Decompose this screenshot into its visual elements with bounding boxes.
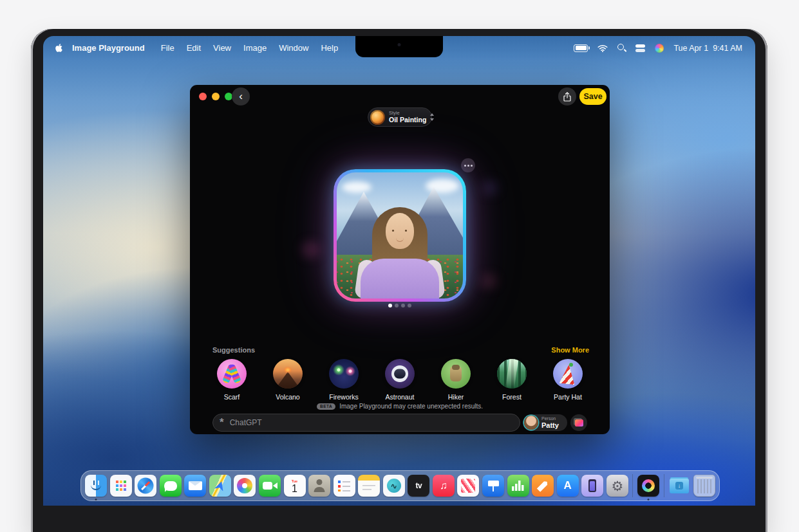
dock-music-icon[interactable] <box>433 475 455 497</box>
suggestion-forest[interactable]: Forest <box>489 359 534 401</box>
close-button[interactable] <box>199 93 207 100</box>
hiker-icon[interactable] <box>441 359 471 389</box>
dock-image-playground-icon[interactable] <box>637 475 659 497</box>
dock-news-icon[interactable] <box>457 475 479 497</box>
chevron-up-down-icon <box>430 113 435 121</box>
menu-window[interactable]: Window <box>279 43 308 53</box>
more-options-button[interactable] <box>461 158 475 172</box>
generated-portrait <box>337 172 463 298</box>
menu-file[interactable]: File <box>161 43 174 53</box>
battery-icon[interactable] <box>574 44 588 52</box>
suggestions-title: Suggestions <box>212 346 255 354</box>
wifi-icon[interactable] <box>597 44 608 52</box>
minimize-button[interactable] <box>212 93 220 100</box>
photos-picker-button[interactable] <box>570 414 587 431</box>
dock-facetime-icon[interactable] <box>259 475 281 497</box>
dock-keynote-icon[interactable] <box>482 475 504 497</box>
dock-mail-icon[interactable] <box>184 475 206 497</box>
person-avatar <box>524 416 538 430</box>
glow-reflection <box>483 181 497 194</box>
sweater <box>361 259 439 298</box>
generated-image-frame[interactable] <box>334 169 466 302</box>
fireworks-icon[interactable] <box>329 359 359 389</box>
dock-contacts-icon[interactable] <box>308 475 330 497</box>
carousel-dots[interactable] <box>190 304 610 307</box>
product-backdrop: Image Playground File Edit View Image Wi… <box>0 0 799 532</box>
dock-numbers-icon[interactable] <box>507 475 529 497</box>
dock-trash-icon[interactable] <box>693 475 715 497</box>
menu-view[interactable]: View <box>213 43 231 53</box>
menu-image[interactable]: Image <box>243 43 267 53</box>
control-center-icon[interactable] <box>635 44 645 52</box>
glow-reflection <box>481 275 496 288</box>
screen: Image Playground File Edit View Image Wi… <box>43 36 755 506</box>
dock-finder-icon[interactable] <box>85 475 107 497</box>
menu-edit[interactable]: Edit <box>187 43 201 53</box>
window-controls <box>199 93 232 100</box>
suggestion-party-hat[interactable]: Party Hat <box>545 359 590 401</box>
suggestion-fireworks[interactable]: Fireworks <box>321 359 366 401</box>
forest-icon[interactable] <box>497 359 527 389</box>
beta-notice: BETA Image Playground may create unexpec… <box>190 403 610 410</box>
macbook-frame: Image Playground File Edit View Image Wi… <box>31 29 767 532</box>
person-chip[interactable]: Person Patty <box>523 414 567 431</box>
style-picker-label: Style <box>389 111 426 116</box>
astronaut-icon[interactable] <box>385 359 415 389</box>
dock-photos-icon[interactable] <box>234 475 256 497</box>
dock-system-settings-icon[interactable] <box>606 475 628 497</box>
running-indicator <box>95 499 97 500</box>
dock-calendar-icon[interactable]: Tue 1 <box>284 475 306 497</box>
volcano-icon[interactable] <box>273 359 303 389</box>
suggestion-volcano[interactable]: Volcano <box>265 359 310 401</box>
suggestions-row: Scarf Volcano Fireworks Astronaut <box>209 359 590 401</box>
dock-iphone-mirroring-icon[interactable] <box>581 475 603 497</box>
carousel-dot[interactable] <box>408 304 411 307</box>
dock-maps-icon[interactable] <box>209 475 231 497</box>
prompt-input[interactable] <box>229 417 513 428</box>
search-icon[interactable] <box>617 44 626 52</box>
dock-safari-icon[interactable] <box>135 475 156 497</box>
beta-text: Image Playground may create unexpected r… <box>339 403 483 410</box>
person-chip-label: Person <box>541 416 559 421</box>
carousel-dot[interactable] <box>401 304 405 307</box>
carousel-dot[interactable] <box>395 304 399 307</box>
suggestion-scarf[interactable]: Scarf <box>209 359 254 401</box>
dock-apple-tv-icon[interactable]: tv <box>408 475 429 497</box>
dock: Tue 1 tv <box>80 470 720 501</box>
menu-date: Tue Apr 1 <box>673 44 708 53</box>
cloud-shape <box>342 181 371 193</box>
suggestion-hiker[interactable]: Hiker <box>433 359 478 401</box>
save-button[interactable]: Save <box>579 88 606 105</box>
menu-clock[interactable]: Tue Apr 1 9:41 AM <box>673 44 742 53</box>
dock-reminders-icon[interactable] <box>334 475 355 497</box>
style-thumbnail-icon <box>370 110 385 125</box>
active-app-menu[interactable]: Image Playground <box>72 43 145 53</box>
prompt-bar[interactable]: * <box>212 414 520 432</box>
running-indicator <box>647 499 649 500</box>
person-chip-value: Patty <box>541 421 559 429</box>
carousel-dot-active[interactable] <box>388 304 392 307</box>
dock-downloads-folder[interactable] <box>668 475 690 497</box>
photos-icon <box>575 419 583 427</box>
suggestion-astronaut[interactable]: Astronaut <box>377 359 422 401</box>
dock-freeform-icon[interactable] <box>383 475 405 497</box>
back-button[interactable]: ‹ <box>232 87 250 105</box>
share-button[interactable] <box>558 87 576 105</box>
beta-badge: BETA <box>317 403 335 410</box>
dock-messages-icon[interactable] <box>160 475 182 497</box>
apple-menu-icon[interactable] <box>55 43 63 53</box>
dock-pages-icon[interactable] <box>532 475 554 497</box>
dock-launchpad-icon[interactable] <box>110 475 132 497</box>
style-picker[interactable]: Style Oil Painting <box>368 107 432 127</box>
menu-time: 9:41 AM <box>713 44 742 53</box>
dock-app-store-icon[interactable] <box>557 475 579 497</box>
menu-help[interactable]: Help <box>321 43 338 53</box>
party-hat-icon[interactable] <box>553 359 583 389</box>
display-notch <box>355 36 443 57</box>
show-more-link[interactable]: Show More <box>551 346 589 354</box>
dock-notes-icon[interactable] <box>358 475 380 497</box>
face <box>386 213 414 249</box>
scarf-icon[interactable] <box>217 359 247 389</box>
image-playground-window: ‹ Save Style Oil Painting <box>190 85 610 434</box>
image-playground-menu-icon[interactable] <box>655 44 664 53</box>
